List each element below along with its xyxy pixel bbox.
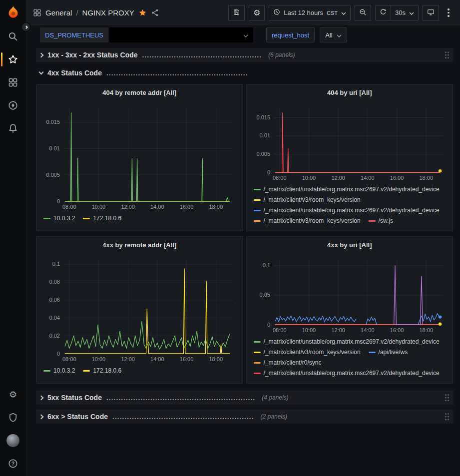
- svg-text:12:00: 12:00: [331, 175, 345, 181]
- svg-text:0.005: 0.005: [256, 151, 270, 157]
- more-menu-button[interactable]: [443, 5, 454, 21]
- svg-text:0.015: 0.015: [46, 119, 60, 125]
- legend-series-label: 10.0.3.2: [53, 367, 75, 375]
- svg-text:08:00: 08:00: [62, 204, 76, 210]
- legend-item[interactable]: /_matrix/client/unstable/org.matrix.msc2…: [254, 369, 440, 377]
- dashboard-row-1xx-3xx-2xx[interactable]: 1xx - 3xx - 2xx Status Code ............…: [36, 48, 453, 62]
- sidebar-item-starred[interactable]: [0, 48, 26, 71]
- variable-value-ds-prometheus[interactable]: [109, 27, 253, 42]
- sidebar-item-profile[interactable]: [0, 429, 26, 452]
- sidebar-item-server-admin[interactable]: [0, 406, 26, 429]
- legend-series-label: /_matrix/client/v3/room_keys/version: [264, 217, 361, 225]
- sidebar-item-help[interactable]: ?: [0, 452, 26, 475]
- legend-series-marker: [254, 199, 261, 201]
- legend-item[interactable]: 10.0.3.2: [43, 214, 75, 222]
- legend-series-marker: [83, 370, 90, 372]
- svg-text:16:00: 16:00: [390, 175, 404, 181]
- legend-item[interactable]: 172.18.0.6: [83, 367, 121, 375]
- legend-series-label: /sw.js: [379, 217, 393, 225]
- sidebar-expand-button[interactable]: [21, 22, 31, 32]
- tv-mode-button[interactable]: [423, 5, 439, 21]
- svg-text:0.06: 0.06: [49, 297, 60, 303]
- legend-item[interactable]: /_matrix/client/v3/room_keys/version: [254, 196, 361, 204]
- legend-series-marker: [254, 220, 261, 222]
- dashboard-settings-button[interactable]: ⚙: [249, 5, 265, 21]
- legend-item[interactable]: /api/live/ws: [369, 348, 408, 356]
- row-panel-count: (6 panels): [268, 51, 295, 58]
- save-dashboard-button[interactable]: [228, 5, 245, 21]
- row-drag-handle[interactable]: [445, 51, 450, 59]
- share-icon[interactable]: [151, 8, 159, 17]
- panel-title[interactable]: 4xx by uri [All]: [251, 240, 449, 251]
- breadcrumb-folder[interactable]: General: [45, 8, 72, 17]
- breadcrumb-separator: /: [76, 8, 78, 17]
- sidebar-item-alerting[interactable]: [0, 117, 26, 140]
- legend-item[interactable]: /sw.js: [369, 217, 393, 225]
- chart-svg: 00.0050.010.01508:0010:0012:0014:0016:00…: [40, 103, 239, 211]
- dashboard-row-4xx[interactable]: 4xx Status Code ........................…: [36, 66, 453, 80]
- zoom-out-button[interactable]: [355, 5, 371, 21]
- chart-svg: 00.0050.010.01508:0010:0012:0014:0016:00…: [251, 103, 449, 182]
- svg-text:18:00: 18:00: [209, 356, 223, 362]
- dashboard-row-6xx[interactable]: 6xx > Status Code ......................…: [36, 410, 453, 424]
- grafana-logo[interactable]: [6, 5, 20, 21]
- legend-item[interactable]: /_matrix/client/v3/room_keys/version: [254, 217, 361, 225]
- panel-title[interactable]: 404 by uri [All]: [251, 87, 449, 98]
- svg-text:16:00: 16:00: [180, 204, 194, 210]
- row-title-leader-dots: ........................................…: [106, 69, 248, 77]
- legend-item[interactable]: /_matrix/client/v3/room_keys/version: [254, 348, 361, 356]
- favorite-star-icon[interactable]: [138, 8, 147, 17]
- apps-grid-icon: [8, 77, 18, 87]
- variable-value-text: All: [325, 31, 332, 39]
- sidebar-item-configuration[interactable]: ⚙: [0, 383, 26, 406]
- refresh-interval-picker[interactable]: 30s: [391, 5, 419, 21]
- chart-legend: 10.0.3.2172.18.0.6: [40, 214, 239, 222]
- save-floppy-icon: [233, 8, 240, 17]
- gear-icon: ⚙: [253, 9, 260, 17]
- variables-bar: DS_PROMETHEUS request_host All: [26, 26, 460, 44]
- svg-text:12:00: 12:00: [121, 356, 135, 362]
- legend-item[interactable]: /_matrix/client/unstable/org.matrix.msc2…: [254, 338, 440, 346]
- svg-text:0: 0: [57, 198, 60, 204]
- dashboard-row-5xx[interactable]: 5xx Status Code ........................…: [36, 391, 453, 405]
- panel-title[interactable]: 404 by remote addr [All]: [40, 87, 239, 98]
- breadcrumb-dashboard-title[interactable]: NGINX PROXY: [82, 8, 134, 17]
- chevron-right-icon: [24, 25, 27, 28]
- svg-text:?: ?: [11, 461, 14, 467]
- legend-series-marker: [369, 352, 376, 353]
- compass-icon: [8, 100, 18, 110]
- row-drag-handle[interactable]: [445, 394, 450, 402]
- time-range-picker[interactable]: Last 12 hours CST: [269, 5, 351, 21]
- refresh-interval-label: 30s: [395, 9, 406, 16]
- top-navbar: General / NGINX PROXY ⚙: [26, 0, 460, 26]
- sidebar-item-dashboards[interactable]: [0, 71, 26, 94]
- sidebar: ⚙ ?: [0, 0, 26, 476]
- row-title: 5xx Status Code: [47, 394, 102, 402]
- svg-text:0: 0: [267, 169, 270, 175]
- panels-grid: 404 by remote addr [All] 00.0050.010.015…: [36, 84, 453, 384]
- svg-text:0.1: 0.1: [52, 261, 60, 267]
- legend-item[interactable]: /_matrix/client/r0/sync: [254, 359, 322, 367]
- svg-text:18:00: 18:00: [419, 327, 433, 333]
- variable-label-ds-prometheus: DS_PROMETHEUS: [40, 27, 108, 42]
- grafana-flame-icon: [6, 5, 20, 19]
- sidebar-item-explore[interactable]: [0, 94, 26, 117]
- chevron-down-icon: [39, 69, 44, 74]
- svg-text:14:00: 14:00: [361, 175, 375, 181]
- refresh-button[interactable]: [375, 5, 391, 21]
- legend-item[interactable]: 10.0.3.2: [43, 367, 75, 375]
- panel-title[interactable]: 4xx by remote addr [All]: [40, 240, 239, 251]
- svg-text:0.015: 0.015: [256, 114, 270, 120]
- svg-text:0.04: 0.04: [49, 315, 60, 321]
- variable-value-request-host[interactable]: All: [320, 27, 347, 42]
- legend-series-marker: [254, 373, 261, 374]
- svg-text:10:00: 10:00: [92, 356, 106, 362]
- svg-text:0.005: 0.005: [46, 172, 60, 178]
- search-icon: [8, 31, 18, 41]
- legend-item[interactable]: /_matrix/client/unstable/org.matrix.msc2…: [254, 206, 440, 214]
- chevron-right-icon: [39, 414, 44, 419]
- legend-item[interactable]: 172.18.0.6: [83, 214, 121, 222]
- svg-text:14:00: 14:00: [361, 327, 375, 333]
- row-drag-handle[interactable]: [445, 413, 450, 421]
- legend-item[interactable]: /_matrix/client/unstable/org.matrix.msc2…: [254, 185, 440, 193]
